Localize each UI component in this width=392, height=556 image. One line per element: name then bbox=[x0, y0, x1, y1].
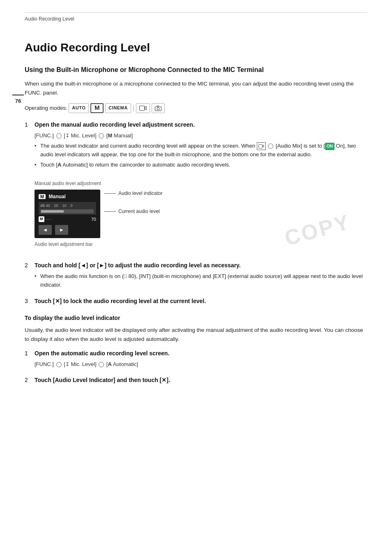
step1-num: 1 bbox=[25, 120, 31, 129]
operating-modes: Operating modes: AUTO M CINEMA | bbox=[25, 103, 367, 113]
step1-section: 1 Open the manual audio recording level … bbox=[25, 120, 367, 254]
m-manual-label: M Manual bbox=[39, 193, 96, 200]
page-header: Audio Recording Level bbox=[25, 12, 367, 23]
right-arrow-btn[interactable]: ► bbox=[55, 225, 68, 235]
svg-point-2 bbox=[157, 107, 159, 110]
diagram-box: M Manual dB 4020100 M bbox=[35, 190, 100, 238]
step1-content: Open the manual audio recording level ad… bbox=[35, 120, 367, 129]
annotation-current-audio-level-text: Current audio level bbox=[118, 208, 160, 215]
step2-num: 2 bbox=[25, 261, 31, 270]
section1-intro: When using the built-in microphone or a … bbox=[25, 79, 367, 97]
diagram-bottom-label: Audio level adjustment bar bbox=[35, 241, 162, 248]
step3-num: 3 bbox=[25, 297, 31, 306]
section2-heading: To display the audio level indicator bbox=[25, 314, 367, 322]
step3-title: 3 Touch [✕] to lock the audio recording … bbox=[25, 297, 367, 306]
section2-step2-title: 2 Touch [Audio Level Indicator] and then… bbox=[25, 376, 367, 385]
left-arrow-btn[interactable]: ◄ bbox=[39, 225, 52, 235]
section2-step2-num: 2 bbox=[25, 376, 31, 385]
mode-auto: AUTO bbox=[69, 103, 89, 113]
step2-bullet1: When the audio mix function is on (□ 80)… bbox=[35, 272, 367, 290]
svg-rect-3 bbox=[157, 106, 159, 107]
step2-content: Touch and hold [◄] or [►] to adjust the … bbox=[35, 261, 367, 270]
section1-heading: Using the Built-in Microphone or Microph… bbox=[25, 65, 367, 74]
section2-step1-title: 1 Open the automatic audio recording lev… bbox=[25, 349, 367, 358]
step3-content: Touch [✕] to lock the audio recording le… bbox=[35, 297, 367, 306]
annotation-current-audio-level: Current audio level bbox=[104, 208, 162, 215]
step1-bullet1: The audio level indicator and current au… bbox=[35, 142, 367, 159]
annotation-audio-level-indicator: Audio level indicator bbox=[104, 190, 162, 197]
step1-bullet2: Touch [A Automatic] to return the camcor… bbox=[35, 161, 367, 169]
breadcrumb: Audio Recording Level bbox=[25, 16, 74, 22]
section2-step2-content: Touch [Audio Level Indicator] and then t… bbox=[35, 376, 367, 385]
audio-level-diagram: Manual audio level adjustment M Manual d… bbox=[35, 180, 162, 248]
mode-camera bbox=[152, 103, 165, 113]
step2-section: 2 Touch and hold [◄] or [►] to adjust th… bbox=[25, 261, 367, 290]
page-number: 76 bbox=[12, 95, 24, 105]
mode-cinema: CINEMA bbox=[105, 103, 131, 113]
operating-modes-label: Operating modes: bbox=[25, 104, 67, 112]
diagram-wrapper: M Manual dB 4020100 M bbox=[35, 190, 162, 238]
mode-m: M bbox=[90, 103, 104, 113]
mode-camcorder bbox=[136, 103, 150, 113]
section2-step1-num: 1 bbox=[25, 349, 31, 358]
section2-step1: 1 Open the automatic audio recording lev… bbox=[25, 349, 367, 368]
diagram-label: Manual audio level adjustment bbox=[35, 180, 162, 187]
annotation-audio-level-indicator-text: Audio level indicator bbox=[118, 190, 162, 197]
svg-rect-0 bbox=[139, 106, 144, 110]
step2-title: 2 Touch and hold [◄] or [►] to adjust th… bbox=[25, 261, 367, 270]
section2-step1-content: Open the automatic audio recording level… bbox=[35, 349, 367, 358]
section2-step1-func: [FUNC.] [↧ Mic. Level] [A Automatic] bbox=[35, 360, 367, 368]
page-title: Audio Recording Level bbox=[25, 39, 367, 56]
diagram-annotations: Audio level indicator Current audio leve… bbox=[104, 190, 162, 215]
step1-title: 1 Open the manual audio recording level … bbox=[25, 120, 367, 129]
step1-bullets: The audio level indicator and current au… bbox=[35, 142, 367, 169]
svg-rect-4 bbox=[258, 144, 262, 148]
step1-func-line: [FUNC.] [↧ Mic. Level] [M Manual] bbox=[35, 132, 367, 140]
section2-intro: Usually, the audio level indicator will … bbox=[25, 326, 367, 343]
step3-section: 3 Touch [✕] to lock the audio recording … bbox=[25, 297, 367, 306]
step2-bullets: When the audio mix function is on (□ 80)… bbox=[35, 272, 367, 290]
page: Audio Recording Level 76 Audio Recording… bbox=[0, 0, 392, 556]
mode-separator: | bbox=[133, 103, 134, 113]
section2-step2: 2 Touch [Audio Level Indicator] and then… bbox=[25, 376, 367, 385]
